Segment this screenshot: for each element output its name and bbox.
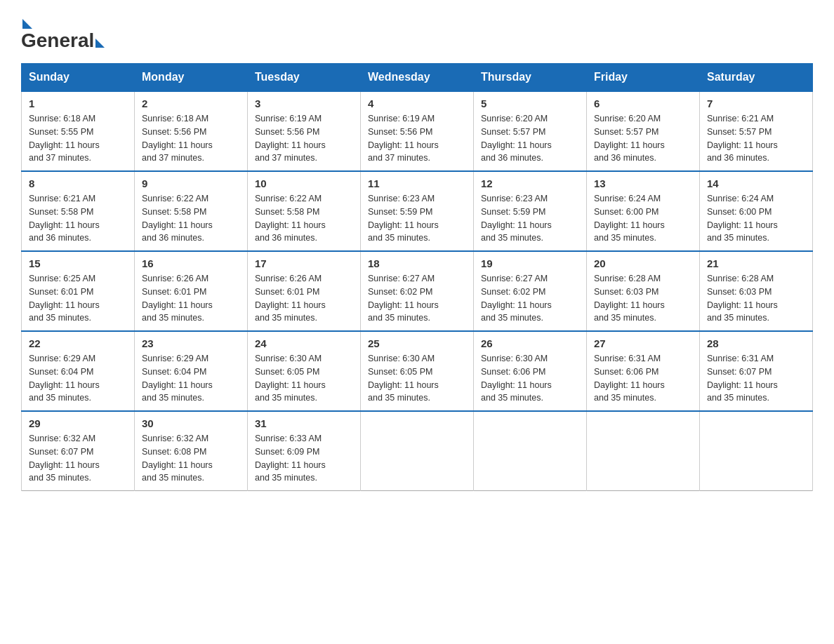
day-info: Sunrise: 6:28 AMSunset: 6:03 PMDaylight:… [707,272,805,325]
day-number: 11 [368,177,466,189]
calendar-cell: 26Sunrise: 6:30 AMSunset: 6:06 PMDayligh… [474,331,587,411]
calendar-cell: 15Sunrise: 6:25 AMSunset: 6:01 PMDayligh… [22,251,135,331]
logo: General [21,14,105,49]
day-info: Sunrise: 6:24 AMSunset: 6:00 PMDaylight:… [594,192,692,245]
day-info: Sunrise: 6:18 AMSunset: 5:55 PMDaylight:… [29,112,127,165]
day-info: Sunrise: 6:30 AMSunset: 6:05 PMDaylight:… [255,352,353,405]
day-number: 20 [594,257,692,269]
day-info: Sunrise: 6:31 AMSunset: 6:07 PMDaylight:… [707,352,805,405]
day-info: Sunrise: 6:25 AMSunset: 6:01 PMDaylight:… [29,272,127,325]
day-info: Sunrise: 6:27 AMSunset: 6:02 PMDaylight:… [481,272,579,325]
day-info: Sunrise: 6:27 AMSunset: 6:02 PMDaylight:… [368,272,466,325]
calendar-cell: 1Sunrise: 6:18 AMSunset: 5:55 PMDaylight… [22,91,135,171]
calendar-cell: 30Sunrise: 6:32 AMSunset: 6:08 PMDayligh… [135,411,248,491]
calendar-cell: 14Sunrise: 6:24 AMSunset: 6:00 PMDayligh… [700,171,813,251]
day-number: 5 [481,98,579,109]
day-number: 27 [594,337,692,349]
day-number: 17 [255,257,353,269]
day-info: Sunrise: 6:22 AMSunset: 5:58 PMDaylight:… [142,192,240,245]
calendar-cell: 20Sunrise: 6:28 AMSunset: 6:03 PMDayligh… [587,251,700,331]
calendar-cell: 21Sunrise: 6:28 AMSunset: 6:03 PMDayligh… [700,251,813,331]
day-info: Sunrise: 6:28 AMSunset: 6:03 PMDaylight:… [594,272,692,325]
day-info: Sunrise: 6:20 AMSunset: 5:57 PMDaylight:… [481,112,579,165]
day-number: 21 [707,257,805,269]
calendar-cell: 29Sunrise: 6:32 AMSunset: 6:07 PMDayligh… [22,411,135,491]
day-info: Sunrise: 6:21 AMSunset: 5:57 PMDaylight:… [707,112,805,165]
calendar-week-row: 15Sunrise: 6:25 AMSunset: 6:01 PMDayligh… [22,251,813,331]
logo-triangle-icon [22,19,32,29]
day-number: 4 [368,98,466,109]
day-info: Sunrise: 6:20 AMSunset: 5:57 PMDaylight:… [594,112,692,165]
day-info: Sunrise: 6:18 AMSunset: 5:56 PMDaylight:… [142,112,240,165]
day-number: 28 [707,337,805,349]
day-number: 18 [368,257,466,269]
day-number: 19 [481,257,579,269]
day-number: 1 [29,98,127,109]
calendar-cell [474,411,587,491]
day-number: 14 [707,177,805,189]
calendar-cell: 4Sunrise: 6:19 AMSunset: 5:56 PMDaylight… [361,91,474,171]
day-number: 13 [594,177,692,189]
calendar-cell: 28Sunrise: 6:31 AMSunset: 6:07 PMDayligh… [700,331,813,411]
day-number: 22 [29,337,127,349]
calendar-cell: 22Sunrise: 6:29 AMSunset: 6:04 PMDayligh… [22,331,135,411]
calendar-week-row: 1Sunrise: 6:18 AMSunset: 5:55 PMDaylight… [22,91,813,171]
day-number: 25 [368,337,466,349]
page-header: General [21,14,813,49]
day-number: 29 [29,417,127,429]
day-number: 16 [142,257,240,269]
day-number: 7 [707,98,805,109]
day-number: 2 [142,98,240,109]
day-info: Sunrise: 6:33 AMSunset: 6:09 PMDaylight:… [255,432,353,485]
day-info: Sunrise: 6:23 AMSunset: 5:59 PMDaylight:… [368,192,466,245]
calendar-week-row: 22Sunrise: 6:29 AMSunset: 6:04 PMDayligh… [22,331,813,411]
calendar-cell: 11Sunrise: 6:23 AMSunset: 5:59 PMDayligh… [361,171,474,251]
day-info: Sunrise: 6:31 AMSunset: 6:06 PMDaylight:… [594,352,692,405]
calendar-cell: 25Sunrise: 6:30 AMSunset: 6:05 PMDayligh… [361,331,474,411]
day-info: Sunrise: 6:30 AMSunset: 6:05 PMDaylight:… [368,352,466,405]
day-number: 8 [29,177,127,189]
calendar-cell: 27Sunrise: 6:31 AMSunset: 6:06 PMDayligh… [587,331,700,411]
calendar-cell: 6Sunrise: 6:20 AMSunset: 5:57 PMDaylight… [587,91,700,171]
day-number: 24 [255,337,353,349]
calendar-cell: 10Sunrise: 6:22 AMSunset: 5:58 PMDayligh… [248,171,361,251]
calendar-cell [361,411,474,491]
day-number: 31 [255,417,353,429]
day-info: Sunrise: 6:30 AMSunset: 6:06 PMDaylight:… [481,352,579,405]
calendar-week-row: 8Sunrise: 6:21 AMSunset: 5:58 PMDaylight… [22,171,813,251]
day-info: Sunrise: 6:26 AMSunset: 6:01 PMDaylight:… [142,272,240,325]
calendar-cell: 3Sunrise: 6:19 AMSunset: 5:56 PMDaylight… [248,91,361,171]
logo-general2: General [21,29,94,52]
day-number: 6 [594,98,692,109]
day-info: Sunrise: 6:32 AMSunset: 6:08 PMDaylight:… [142,432,240,485]
calendar-cell: 8Sunrise: 6:21 AMSunset: 5:58 PMDaylight… [22,171,135,251]
day-info: Sunrise: 6:21 AMSunset: 5:58 PMDaylight:… [29,192,127,245]
weekday-header-row: SundayMondayTuesdayWednesdayThursdayFrid… [22,64,813,92]
calendar-cell: 9Sunrise: 6:22 AMSunset: 5:58 PMDaylight… [135,171,248,251]
calendar-cell: 7Sunrise: 6:21 AMSunset: 5:57 PMDaylight… [700,91,813,171]
day-number: 26 [481,337,579,349]
calendar-table: SundayMondayTuesdayWednesdayThursdayFrid… [21,63,813,491]
weekday-header-saturday: Saturday [700,64,813,92]
day-number: 15 [29,257,127,269]
calendar-cell: 31Sunrise: 6:33 AMSunset: 6:09 PMDayligh… [248,411,361,491]
calendar-cell [700,411,813,491]
day-number: 9 [142,177,240,189]
calendar-cell: 16Sunrise: 6:26 AMSunset: 6:01 PMDayligh… [135,251,248,331]
weekday-header-wednesday: Wednesday [361,64,474,92]
weekday-header-monday: Monday [135,64,248,92]
calendar-cell: 13Sunrise: 6:24 AMSunset: 6:00 PMDayligh… [587,171,700,251]
day-info: Sunrise: 6:22 AMSunset: 5:58 PMDaylight:… [255,192,353,245]
calendar-week-row: 29Sunrise: 6:32 AMSunset: 6:07 PMDayligh… [22,411,813,491]
calendar-cell: 5Sunrise: 6:20 AMSunset: 5:57 PMDaylight… [474,91,587,171]
day-number: 30 [142,417,240,429]
day-number: 12 [481,177,579,189]
calendar-cell: 12Sunrise: 6:23 AMSunset: 5:59 PMDayligh… [474,171,587,251]
day-info: Sunrise: 6:32 AMSunset: 6:07 PMDaylight:… [29,432,127,485]
calendar-cell: 18Sunrise: 6:27 AMSunset: 6:02 PMDayligh… [361,251,474,331]
weekday-header-thursday: Thursday [474,64,587,92]
calendar-cell [587,411,700,491]
day-number: 23 [142,337,240,349]
day-info: Sunrise: 6:26 AMSunset: 6:01 PMDaylight:… [255,272,353,325]
day-info: Sunrise: 6:24 AMSunset: 6:00 PMDaylight:… [707,192,805,245]
